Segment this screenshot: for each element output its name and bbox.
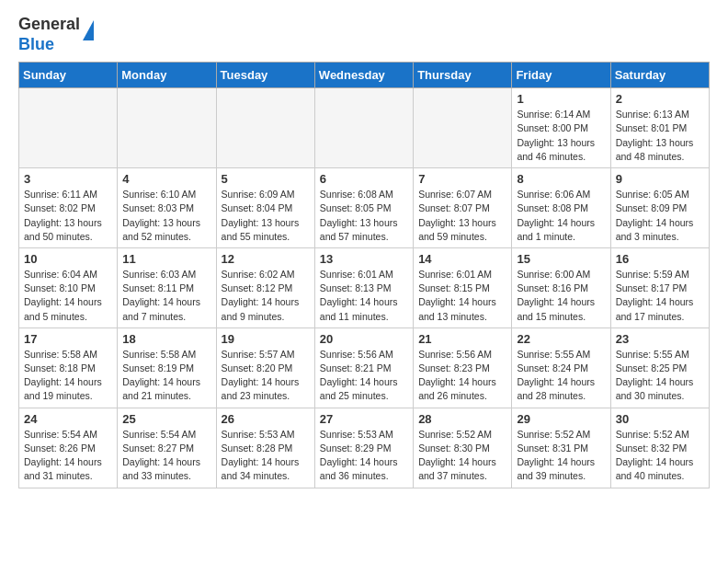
day-info: Sunrise: 5:58 AM Sunset: 8:19 PM Dayligh… — [122, 348, 210, 404]
calendar-header-row: SundayMondayTuesdayWednesdayThursdayFrid… — [19, 63, 710, 88]
calendar-week-2: 3Sunrise: 6:11 AM Sunset: 8:02 PM Daylig… — [19, 168, 710, 248]
calendar-cell: 7Sunrise: 6:07 AM Sunset: 8:07 PM Daylig… — [414, 168, 512, 248]
calendar-cell: 2Sunrise: 6:13 AM Sunset: 8:01 PM Daylig… — [610, 88, 709, 168]
calendar-cell: 13Sunrise: 6:01 AM Sunset: 8:13 PM Dayli… — [314, 247, 413, 327]
calendar-cell: 14Sunrise: 6:01 AM Sunset: 8:15 PM Dayli… — [414, 247, 512, 327]
day-info: Sunrise: 6:14 AM Sunset: 8:00 PM Dayligh… — [517, 108, 605, 164]
day-info: Sunrise: 5:53 AM Sunset: 8:28 PM Dayligh… — [222, 428, 310, 484]
day-header-sunday: Sunday — [19, 63, 118, 88]
day-info: Sunrise: 5:56 AM Sunset: 8:23 PM Dayligh… — [418, 348, 506, 404]
day-info: Sunrise: 6:11 AM Sunset: 8:02 PM Dayligh… — [24, 188, 112, 244]
day-number: 17 — [24, 332, 112, 346]
day-number: 21 — [418, 332, 506, 346]
day-info: Sunrise: 6:13 AM Sunset: 8:01 PM Dayligh… — [616, 108, 704, 164]
day-number: 25 — [122, 412, 210, 426]
day-number: 11 — [122, 252, 210, 266]
day-info: Sunrise: 6:02 AM Sunset: 8:12 PM Dayligh… — [222, 268, 310, 324]
day-number: 22 — [517, 332, 605, 346]
calendar-cell: 8Sunrise: 6:06 AM Sunset: 8:08 PM Daylig… — [512, 168, 610, 248]
day-number: 1 — [517, 92, 605, 106]
day-header-thursday: Thursday — [414, 63, 512, 88]
day-info: Sunrise: 6:04 AM Sunset: 8:10 PM Dayligh… — [24, 268, 112, 324]
calendar-cell: 16Sunrise: 5:59 AM Sunset: 8:17 PM Dayli… — [610, 247, 709, 327]
day-number: 6 — [320, 172, 408, 186]
logo-text: GeneralBlue — [18, 15, 94, 54]
day-number: 30 — [616, 412, 704, 426]
day-info: Sunrise: 5:55 AM Sunset: 8:25 PM Dayligh… — [616, 348, 704, 404]
day-number: 5 — [222, 172, 310, 186]
calendar-cell: 15Sunrise: 6:00 AM Sunset: 8:16 PM Dayli… — [512, 247, 610, 327]
day-number: 10 — [24, 252, 112, 266]
day-number: 2 — [616, 92, 704, 106]
calendar-cell — [118, 88, 216, 168]
day-number: 28 — [418, 412, 506, 426]
day-info: Sunrise: 5:52 AM Sunset: 8:31 PM Dayligh… — [517, 428, 605, 484]
calendar-cell: 4Sunrise: 6:10 AM Sunset: 8:03 PM Daylig… — [118, 168, 216, 248]
calendar-cell: 24Sunrise: 5:54 AM Sunset: 8:26 PM Dayli… — [19, 408, 118, 488]
day-info: Sunrise: 5:58 AM Sunset: 8:18 PM Dayligh… — [24, 348, 112, 404]
day-info: Sunrise: 5:54 AM Sunset: 8:26 PM Dayligh… — [24, 428, 112, 484]
calendar-cell: 18Sunrise: 5:58 AM Sunset: 8:19 PM Dayli… — [118, 327, 216, 408]
day-info: Sunrise: 5:53 AM Sunset: 8:29 PM Dayligh… — [320, 428, 408, 484]
calendar-week-5: 24Sunrise: 5:54 AM Sunset: 8:26 PM Dayli… — [19, 408, 710, 488]
day-info: Sunrise: 6:07 AM Sunset: 8:07 PM Dayligh… — [418, 188, 506, 244]
day-info: Sunrise: 5:52 AM Sunset: 8:30 PM Dayligh… — [418, 428, 506, 484]
day-number: 12 — [222, 252, 310, 266]
day-info: Sunrise: 5:52 AM Sunset: 8:32 PM Dayligh… — [616, 428, 704, 484]
day-number: 18 — [122, 332, 210, 346]
calendar-cell: 11Sunrise: 6:03 AM Sunset: 8:11 PM Dayli… — [118, 247, 216, 327]
calendar-cell: 3Sunrise: 6:11 AM Sunset: 8:02 PM Daylig… — [19, 168, 118, 248]
day-number: 15 — [517, 252, 605, 266]
day-number: 24 — [24, 412, 112, 426]
calendar-cell: 26Sunrise: 5:53 AM Sunset: 8:28 PM Dayli… — [216, 408, 314, 488]
calendar-cell — [19, 88, 118, 168]
day-number: 3 — [24, 172, 112, 186]
day-info: Sunrise: 6:01 AM Sunset: 8:13 PM Dayligh… — [320, 268, 408, 324]
day-header-friday: Friday — [512, 63, 610, 88]
day-info: Sunrise: 6:05 AM Sunset: 8:09 PM Dayligh… — [616, 188, 704, 244]
calendar-cell: 12Sunrise: 6:02 AM Sunset: 8:12 PM Dayli… — [216, 247, 314, 327]
day-number: 4 — [122, 172, 210, 186]
day-header-monday: Monday — [118, 63, 216, 88]
day-number: 16 — [616, 252, 704, 266]
day-info: Sunrise: 6:03 AM Sunset: 8:11 PM Dayligh… — [122, 268, 210, 324]
calendar-cell: 9Sunrise: 6:05 AM Sunset: 8:09 PM Daylig… — [610, 168, 709, 248]
calendar-cell: 27Sunrise: 5:53 AM Sunset: 8:29 PM Dayli… — [314, 408, 413, 488]
calendar-week-1: 1Sunrise: 6:14 AM Sunset: 8:00 PM Daylig… — [19, 88, 710, 168]
calendar-cell: 25Sunrise: 5:54 AM Sunset: 8:27 PM Dayli… — [118, 408, 216, 488]
calendar-cell: 28Sunrise: 5:52 AM Sunset: 8:30 PM Dayli… — [414, 408, 512, 488]
calendar-cell: 5Sunrise: 6:09 AM Sunset: 8:04 PM Daylig… — [216, 168, 314, 248]
logo: GeneralBlue — [18, 15, 94, 54]
calendar-cell: 29Sunrise: 5:52 AM Sunset: 8:31 PM Dayli… — [512, 408, 610, 488]
day-number: 27 — [320, 412, 408, 426]
day-info: Sunrise: 5:55 AM Sunset: 8:24 PM Dayligh… — [517, 348, 605, 404]
calendar-cell: 22Sunrise: 5:55 AM Sunset: 8:24 PM Dayli… — [512, 327, 610, 408]
day-number: 8 — [517, 172, 605, 186]
day-info: Sunrise: 6:10 AM Sunset: 8:03 PM Dayligh… — [122, 188, 210, 244]
day-number: 7 — [418, 172, 506, 186]
calendar-cell — [414, 88, 512, 168]
calendar-table: SundayMondayTuesdayWednesdayThursdayFrid… — [18, 62, 710, 488]
day-number: 14 — [418, 252, 506, 266]
day-info: Sunrise: 6:01 AM Sunset: 8:15 PM Dayligh… — [418, 268, 506, 324]
calendar-cell: 19Sunrise: 5:57 AM Sunset: 8:20 PM Dayli… — [216, 327, 314, 408]
day-number: 29 — [517, 412, 605, 426]
day-info: Sunrise: 5:56 AM Sunset: 8:21 PM Dayligh… — [320, 348, 408, 404]
calendar-cell: 10Sunrise: 6:04 AM Sunset: 8:10 PM Dayli… — [19, 247, 118, 327]
day-info: Sunrise: 6:06 AM Sunset: 8:08 PM Dayligh… — [517, 188, 605, 244]
day-number: 20 — [320, 332, 408, 346]
day-info: Sunrise: 5:59 AM Sunset: 8:17 PM Dayligh… — [616, 268, 704, 324]
day-info: Sunrise: 6:09 AM Sunset: 8:04 PM Dayligh… — [222, 188, 310, 244]
day-number: 19 — [222, 332, 310, 346]
day-header-tuesday: Tuesday — [216, 63, 314, 88]
calendar-cell — [216, 88, 314, 168]
calendar-cell — [314, 88, 413, 168]
day-number: 23 — [616, 332, 704, 346]
calendar-cell: 21Sunrise: 5:56 AM Sunset: 8:23 PM Dayli… — [414, 327, 512, 408]
day-number: 26 — [222, 412, 310, 426]
calendar-cell: 17Sunrise: 5:58 AM Sunset: 8:18 PM Dayli… — [19, 327, 118, 408]
calendar-body: 1Sunrise: 6:14 AM Sunset: 8:00 PM Daylig… — [19, 88, 710, 488]
calendar-week-3: 10Sunrise: 6:04 AM Sunset: 8:10 PM Dayli… — [19, 247, 710, 327]
day-info: Sunrise: 6:00 AM Sunset: 8:16 PM Dayligh… — [517, 268, 605, 324]
calendar-week-4: 17Sunrise: 5:58 AM Sunset: 8:18 PM Dayli… — [19, 327, 710, 408]
